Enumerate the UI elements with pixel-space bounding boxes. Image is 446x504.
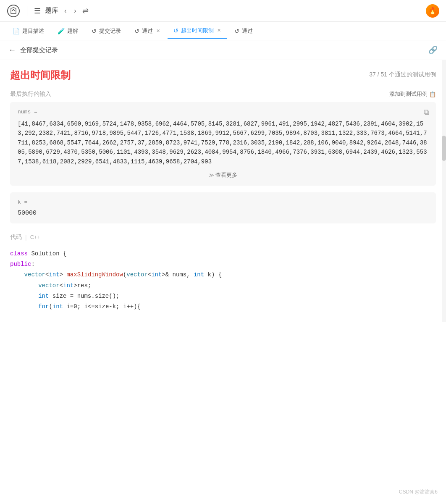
- view-more-button[interactable]: ≫ 查看更多: [18, 171, 428, 179]
- scrollbar-thumb[interactable]: [442, 136, 446, 161]
- watermark: CSDN @溜溜真6: [399, 488, 438, 496]
- tab-submissions[interactable]: ↺ 提交记录: [86, 24, 127, 38]
- link-icon[interactable]: 🔗: [428, 45, 438, 55]
- code-line-2: public:: [10, 259, 436, 270]
- passed-icon: ↺: [134, 28, 139, 34]
- k-var: k =: [18, 199, 428, 205]
- code-line-5: int size = nums.size();: [10, 291, 436, 302]
- nav-forward-arrow[interactable]: ›: [72, 5, 78, 16]
- add-testcase-button[interactable]: 添加到测试用例 📋: [389, 90, 436, 98]
- passed2-icon: ↺: [234, 28, 239, 34]
- tab-tle-label: 超出时间限制: [181, 27, 214, 34]
- submission-header-title: 全部提交记录: [20, 46, 58, 54]
- description-icon: 📄: [13, 28, 20, 34]
- logo-icon: [7, 4, 20, 18]
- nav-back-arrow[interactable]: ‹: [63, 5, 68, 16]
- k-value: 50000: [18, 210, 428, 217]
- tab-passed2-label: 通过: [242, 27, 253, 35]
- code-label-sep: |: [25, 234, 27, 241]
- svg-point-0: [8, 5, 19, 17]
- main-content: 超出时间限制 37 / 51 个通过的测试用例 最后执行的输入 添加到测试用例 …: [0, 60, 446, 322]
- nums-input-box: nums = ⧉ [41,8467,6334,6500,9169,5724,14…: [10, 102, 436, 186]
- kw-public: public: [10, 261, 31, 268]
- tle-icon: ↺: [173, 27, 178, 34]
- tab-passed[interactable]: ↺ 通过 ✕: [129, 24, 166, 38]
- last-input-section: 最后执行的输入 添加到测试用例 📋: [10, 90, 436, 98]
- back-button[interactable]: ←: [8, 46, 16, 55]
- submission-header: ← 全部提交记录 🔗: [0, 40, 446, 60]
- code-label-text: 代码: [10, 234, 22, 241]
- copy-icon[interactable]: ⧉: [424, 108, 429, 117]
- code-line-4: vector<int>res;: [10, 281, 436, 291]
- tab-passed2[interactable]: ↺ 通过: [228, 24, 259, 38]
- tab-tle[interactable]: ↺ 超出时间限制 ✕: [168, 24, 227, 39]
- last-input-label: 最后执行的输入: [10, 90, 51, 98]
- scrollbar-track[interactable]: [442, 60, 446, 322]
- test-cases-info: 37 / 51 个通过的测试用例: [369, 71, 436, 79]
- solution-icon: 🧪: [58, 28, 65, 34]
- tab-solution[interactable]: 🧪 题解: [52, 24, 84, 38]
- top-nav: ☰ 题库 ‹ › ⇌ 🔥: [0, 0, 446, 22]
- menu-icon[interactable]: ☰: [34, 6, 41, 16]
- code-block: class Solution { public: vector<int> max…: [10, 247, 436, 314]
- code-label: 代码 | C++: [10, 234, 436, 241]
- shuffle-icon[interactable]: ⇌: [82, 6, 89, 16]
- tab-passed-label: 通过: [142, 27, 153, 35]
- k-input-box: k = 50000: [10, 192, 436, 223]
- code-lang: C++: [30, 234, 41, 240]
- status-title: 超出时间限制: [10, 68, 71, 82]
- code-line-6: for(int i=0; i<=size-k; i++){: [10, 302, 436, 312]
- tab-description[interactable]: 📄 题目描述: [7, 24, 50, 38]
- tab-submissions-label: 提交记录: [99, 27, 121, 35]
- code-line-1: class Solution {: [10, 249, 436, 259]
- nums-var: nums =: [18, 109, 428, 115]
- tab-tle-close[interactable]: ✕: [217, 28, 221, 33]
- status-row: 超出时间限制 37 / 51 个通过的测试用例: [10, 68, 436, 82]
- tab-solution-label: 题解: [67, 27, 78, 35]
- avatar[interactable]: 🔥: [426, 4, 439, 18]
- tabs-bar: 📄 题目描述 🧪 题解 ↺ 提交记录 ↺ 通过 ✕ ↺ 超出时间限制 ✕ ↺ 通…: [0, 22, 446, 40]
- tab-description-label: 题目描述: [22, 27, 44, 35]
- tab-passed-close[interactable]: ✕: [156, 28, 160, 34]
- add-testcase-icon: 📋: [429, 91, 436, 97]
- code-line-3: vector<int> maxSlidingWindow(vector<int>…: [10, 270, 436, 280]
- nav-title: 题库: [45, 6, 58, 15]
- submissions-icon: ↺: [92, 28, 97, 34]
- test-cases-label: 个通过的测试用例: [389, 71, 436, 78]
- test-cases-fraction: 37 / 51: [369, 71, 387, 78]
- nums-value: [41,8467,6334,6500,9169,5724,1478,9358,6…: [18, 119, 428, 166]
- kw-class: class: [10, 250, 28, 257]
- add-testcase-label: 添加到测试用例: [389, 90, 428, 98]
- nav-divider: [27, 6, 27, 16]
